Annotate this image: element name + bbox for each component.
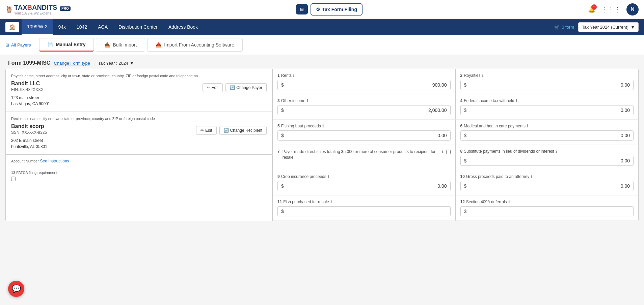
field-fish-purchased: 11 Fish purchased for resale ℹ $ bbox=[273, 195, 456, 221]
other-income-input[interactable] bbox=[287, 108, 447, 113]
other-income-info-icon[interactable]: ℹ bbox=[307, 98, 308, 103]
fishing-boat-info-icon[interactable]: ℹ bbox=[322, 124, 324, 128]
fishing-boat-input[interactable] bbox=[287, 133, 447, 138]
form-year-chevron: ▼ bbox=[130, 61, 134, 66]
tab-bulk-import[interactable]: 📥 Bulk Import bbox=[96, 38, 145, 52]
account-section: Account Number See Instructions bbox=[6, 155, 272, 167]
logo-text: TAXBANDITS bbox=[14, 4, 57, 11]
substitute-input[interactable] bbox=[469, 158, 630, 163]
royalties-input[interactable] bbox=[469, 82, 630, 88]
payer-address-line1: 123 main streer bbox=[11, 95, 39, 100]
federal-tax-input[interactable] bbox=[469, 108, 630, 113]
all-payers-link[interactable]: ⊞ All Payers bbox=[5, 42, 31, 48]
recipient-edit-button[interactable]: ✏ Edit bbox=[196, 126, 217, 135]
all-payers-label: All Payers bbox=[11, 42, 31, 48]
cart-link[interactable]: 0 form bbox=[562, 25, 574, 30]
nav-item-distribution-center[interactable]: Distribution Center bbox=[113, 20, 163, 34]
payer-section-label: Payer's name, street address, city or to… bbox=[11, 74, 267, 78]
field-substitute-payments: 8 Substitute payments in lieu of dividen… bbox=[456, 145, 639, 170]
cart-icon: 🛒 bbox=[554, 25, 560, 30]
substitute-info-icon[interactable]: ℹ bbox=[556, 149, 557, 154]
change-recipient-button[interactable]: 🔄 Change Recipient bbox=[219, 126, 267, 135]
cart-area: 🛒 0 form bbox=[554, 25, 574, 30]
royalties-input-wrapper: $ bbox=[460, 80, 634, 90]
notification-button[interactable]: 🔔 1 bbox=[588, 6, 595, 13]
rents-input-wrapper: $ bbox=[277, 80, 451, 90]
nav-item-address-book[interactable]: Address Book bbox=[163, 20, 203, 34]
field-gross-proceeds: 10 Gross proceeds paid to an attorney ℹ … bbox=[456, 170, 639, 195]
form-tax-year-label: Tax Year : 2024 bbox=[98, 61, 128, 66]
field-other-income-label: 3 Other income ℹ bbox=[277, 98, 451, 103]
see-instructions-link[interactable]: See Instructions bbox=[40, 159, 69, 163]
federal-tax-info-icon[interactable]: ℹ bbox=[516, 98, 517, 103]
dashboard-icon: ⊞ bbox=[300, 7, 304, 12]
nav-home-button[interactable]: 🏠 bbox=[5, 22, 19, 32]
change-form-type-link[interactable]: Change Form type bbox=[54, 61, 90, 66]
recipient-address: 202 E main street huntsville, AL 35801 bbox=[11, 138, 47, 150]
payers-grid-icon: ⊞ bbox=[5, 42, 9, 48]
rents-info-icon[interactable]: ℹ bbox=[293, 73, 295, 78]
chevron-down-icon: ▼ bbox=[630, 25, 635, 30]
nav-item-94x[interactable]: 94x bbox=[53, 20, 71, 34]
royalties-info-icon[interactable]: ℹ bbox=[482, 73, 484, 78]
recipient-name: Bandit scorp bbox=[11, 123, 47, 129]
tax-form-label: Tax Form Filing bbox=[322, 7, 357, 12]
409a-input-wrapper: $ bbox=[460, 206, 634, 216]
field-crop-insurance: 9 Crop insurance proceeds ℹ $ bbox=[273, 170, 456, 195]
payer-address: 123 main streer Las Vegas, CA 90001 bbox=[11, 95, 50, 107]
gross-info-icon[interactable]: ℹ bbox=[531, 174, 532, 179]
payer-actions: ✏ Edit 🔄 Change Payer bbox=[203, 83, 267, 92]
tax-form-filing-button[interactable]: ⚙ Tax Form Filing bbox=[311, 3, 363, 16]
edit-icon: ✏ bbox=[207, 85, 210, 90]
409a-input[interactable] bbox=[469, 209, 630, 214]
crop-info-icon[interactable]: ℹ bbox=[328, 174, 329, 179]
medical-input-wrapper: $ bbox=[460, 130, 634, 141]
form-tax-year[interactable]: Tax Year : 2024 ▼ bbox=[98, 61, 134, 66]
payer-ein: EIN: 98-432XXXX bbox=[11, 87, 50, 92]
form-container: Payer's name, street address, city or to… bbox=[5, 69, 639, 221]
manual-entry-label: Manual Entry bbox=[56, 42, 86, 47]
tab-manual-entry[interactable]: 📄 Manual Entry bbox=[39, 38, 94, 52]
change-payer-icon: 🔄 bbox=[230, 85, 235, 90]
notification-badge: 1 bbox=[591, 4, 597, 10]
fish-info-icon[interactable]: ℹ bbox=[330, 200, 332, 204]
field-federal-tax: 4 Federal income tax withheld ℹ $ bbox=[456, 94, 639, 120]
direct-sales-checkbox[interactable] bbox=[446, 150, 451, 154]
medical-info-icon[interactable]: ℹ bbox=[527, 124, 529, 128]
recipient-info: Bandit scorp SSN: XXX-XX-8325 202 E main… bbox=[11, 123, 47, 150]
dashboard-button[interactable]: ⊞ bbox=[296, 4, 308, 14]
tab-import-accounting[interactable]: 📤 Import From Accounting Software bbox=[147, 38, 243, 52]
nav-item-aca[interactable]: ACA bbox=[92, 20, 113, 34]
tax-form-icon: ⚙ bbox=[316, 7, 320, 12]
top-header: 🦉 TAXBANDITS PRO Your 1099 & W2 Experts … bbox=[0, 0, 644, 19]
nav-bar: 🏠 1099/W-2 94x 1042 ACA Distribution Cen… bbox=[0, 19, 644, 35]
fatca-section: 13 FATCA filing requirement bbox=[6, 167, 272, 184]
medical-input[interactable] bbox=[469, 133, 630, 138]
change-payer-button[interactable]: 🔄 Change Payer bbox=[225, 83, 267, 92]
payer-edit-button[interactable]: ✏ Edit bbox=[203, 83, 223, 92]
pipe-divider: | bbox=[93, 61, 95, 66]
grid-button[interactable]: ⋮⋮⋮ bbox=[601, 5, 621, 13]
field-royalties: 2 Royalties ℹ $ bbox=[456, 69, 639, 94]
409a-info-icon[interactable]: ℹ bbox=[508, 200, 510, 204]
nav-item-1099-w2[interactable]: 1099/W-2 bbox=[22, 19, 53, 35]
manual-entry-icon: 📄 bbox=[48, 42, 53, 47]
rents-input[interactable] bbox=[287, 82, 447, 88]
fatca-checkbox[interactable] bbox=[11, 177, 16, 181]
direct-sales-label: Payer made direct sales totaling $5,000 … bbox=[283, 149, 439, 160]
fish-input[interactable] bbox=[287, 209, 447, 214]
crop-input-wrapper: $ bbox=[277, 181, 451, 191]
payer-address-line2: Las Vegas, CA 90001 bbox=[11, 101, 50, 106]
avatar[interactable]: N bbox=[626, 3, 639, 16]
field-fish-label: 11 Fish purchased for resale ℹ bbox=[277, 200, 451, 204]
field-409a-label: 12 Section 409A deferrals ℹ bbox=[460, 200, 634, 204]
nav-item-1042[interactable]: 1042 bbox=[71, 20, 92, 34]
crop-input[interactable] bbox=[287, 183, 447, 189]
recipient-section: Recipient's name, city or town, state or… bbox=[6, 112, 272, 155]
tax-year-select[interactable]: Tax Year 2024 (Current) ▼ bbox=[578, 22, 639, 32]
recipient-section-label: Recipient's name, city or town, state or… bbox=[11, 117, 267, 121]
gross-input[interactable] bbox=[469, 183, 630, 189]
recipient-address-line1: 202 E main street bbox=[11, 138, 43, 143]
field-direct-sales: 7 Payer made direct sales totaling $5,00… bbox=[273, 145, 456, 170]
direct-sales-info-icon[interactable]: ℹ bbox=[442, 149, 444, 154]
